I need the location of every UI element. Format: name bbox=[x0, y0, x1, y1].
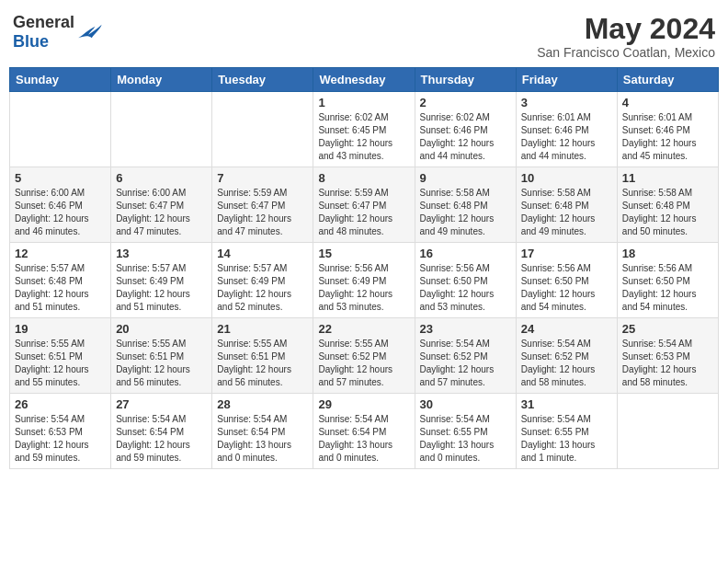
day-info: Sunrise: 5:59 AM Sunset: 6:47 PM Dayligh… bbox=[318, 187, 409, 238]
day-cell-4: 4Sunrise: 6:01 AM Sunset: 6:46 PM Daylig… bbox=[617, 92, 718, 167]
calendar-header-friday: Friday bbox=[516, 68, 617, 92]
day-cell-21: 21Sunrise: 5:55 AM Sunset: 6:51 PM Dayli… bbox=[212, 318, 313, 394]
day-info: Sunrise: 5:55 AM Sunset: 6:51 PM Dayligh… bbox=[217, 338, 308, 389]
calendar-header-monday: Monday bbox=[111, 68, 212, 92]
day-number: 4 bbox=[622, 96, 713, 109]
day-number: 5 bbox=[15, 171, 106, 185]
day-number: 8 bbox=[318, 171, 409, 185]
title-section: May 2024 San Francisco Coatlan, Mexico bbox=[537, 13, 715, 60]
day-cell-12: 12Sunrise: 5:57 AM Sunset: 6:48 PM Dayli… bbox=[10, 243, 111, 318]
day-info: Sunrise: 5:58 AM Sunset: 6:48 PM Dayligh… bbox=[622, 187, 713, 238]
day-number: 28 bbox=[217, 397, 308, 411]
calendar-header-sunday: Sunday bbox=[10, 68, 111, 92]
day-cell-24: 24Sunrise: 5:54 AM Sunset: 6:52 PM Dayli… bbox=[516, 318, 617, 394]
day-cell-15: 15Sunrise: 5:56 AM Sunset: 6:49 PM Dayli… bbox=[313, 243, 415, 318]
day-number: 31 bbox=[521, 397, 612, 411]
day-number: 24 bbox=[521, 322, 612, 336]
day-info: Sunrise: 5:57 AM Sunset: 6:48 PM Dayligh… bbox=[15, 262, 106, 314]
logo-blue: Blue bbox=[13, 32, 49, 51]
calendar-header-tuesday: Tuesday bbox=[212, 68, 313, 92]
day-info: Sunrise: 5:58 AM Sunset: 6:48 PM Dayligh… bbox=[420, 187, 511, 238]
logo: General Blue bbox=[13, 13, 102, 52]
day-cell-6: 6Sunrise: 6:00 AM Sunset: 6:47 PM Daylig… bbox=[111, 167, 212, 243]
day-cell-17: 17Sunrise: 5:56 AM Sunset: 6:50 PM Dayli… bbox=[516, 243, 617, 318]
month-title: May 2024 bbox=[537, 13, 715, 45]
day-cell-13: 13Sunrise: 5:57 AM Sunset: 6:49 PM Dayli… bbox=[111, 243, 212, 318]
day-number: 16 bbox=[420, 247, 511, 260]
day-number: 15 bbox=[318, 247, 409, 260]
day-info: Sunrise: 5:54 AM Sunset: 6:54 PM Dayligh… bbox=[318, 413, 409, 465]
day-number: 18 bbox=[622, 247, 713, 260]
calendar-header-wednesday: Wednesday bbox=[313, 68, 415, 92]
day-cell-7: 7Sunrise: 5:59 AM Sunset: 6:47 PM Daylig… bbox=[212, 167, 313, 243]
day-cell-8: 8Sunrise: 5:59 AM Sunset: 6:47 PM Daylig… bbox=[313, 167, 415, 243]
day-number: 13 bbox=[116, 247, 207, 260]
week-row-4: 19Sunrise: 5:55 AM Sunset: 6:51 PM Dayli… bbox=[10, 318, 719, 394]
day-info: Sunrise: 5:54 AM Sunset: 6:54 PM Dayligh… bbox=[217, 413, 308, 465]
day-number: 1 bbox=[318, 96, 409, 109]
day-cell-30: 30Sunrise: 5:54 AM Sunset: 6:55 PM Dayli… bbox=[415, 394, 516, 469]
day-info: Sunrise: 5:55 AM Sunset: 6:51 PM Dayligh… bbox=[15, 338, 106, 389]
day-number: 29 bbox=[318, 397, 409, 411]
empty-cell bbox=[617, 394, 718, 469]
day-info: Sunrise: 5:54 AM Sunset: 6:52 PM Dayligh… bbox=[521, 338, 612, 389]
day-cell-10: 10Sunrise: 5:58 AM Sunset: 6:48 PM Dayli… bbox=[516, 167, 617, 243]
day-cell-1: 1Sunrise: 6:02 AM Sunset: 6:45 PM Daylig… bbox=[313, 92, 415, 167]
day-info: Sunrise: 6:00 AM Sunset: 6:46 PM Dayligh… bbox=[15, 187, 106, 238]
day-number: 25 bbox=[622, 322, 713, 336]
day-number: 23 bbox=[420, 322, 511, 336]
day-cell-23: 23Sunrise: 5:54 AM Sunset: 6:52 PM Dayli… bbox=[415, 318, 516, 394]
day-cell-26: 26Sunrise: 5:54 AM Sunset: 6:53 PM Dayli… bbox=[10, 394, 111, 469]
day-cell-25: 25Sunrise: 5:54 AM Sunset: 6:53 PM Dayli… bbox=[617, 318, 718, 394]
day-cell-5: 5Sunrise: 6:00 AM Sunset: 6:46 PM Daylig… bbox=[10, 167, 111, 243]
calendar-header-row: SundayMondayTuesdayWednesdayThursdayFrid… bbox=[10, 68, 719, 92]
day-info: Sunrise: 5:59 AM Sunset: 6:47 PM Dayligh… bbox=[217, 187, 308, 238]
day-info: Sunrise: 5:54 AM Sunset: 6:53 PM Dayligh… bbox=[622, 338, 713, 389]
location-title: San Francisco Coatlan, Mexico bbox=[537, 45, 715, 60]
day-number: 30 bbox=[420, 397, 511, 411]
week-row-2: 5Sunrise: 6:00 AM Sunset: 6:46 PM Daylig… bbox=[10, 167, 719, 243]
day-number: 20 bbox=[116, 322, 207, 336]
day-number: 10 bbox=[521, 171, 612, 185]
day-cell-20: 20Sunrise: 5:55 AM Sunset: 6:51 PM Dayli… bbox=[111, 318, 212, 394]
calendar-header-thursday: Thursday bbox=[415, 68, 516, 92]
day-number: 17 bbox=[521, 247, 612, 260]
day-info: Sunrise: 5:58 AM Sunset: 6:48 PM Dayligh… bbox=[521, 187, 612, 238]
day-info: Sunrise: 5:57 AM Sunset: 6:49 PM Dayligh… bbox=[116, 262, 207, 314]
day-number: 26 bbox=[15, 397, 106, 411]
day-info: Sunrise: 6:02 AM Sunset: 6:45 PM Dayligh… bbox=[318, 111, 409, 163]
day-cell-29: 29Sunrise: 5:54 AM Sunset: 6:54 PM Dayli… bbox=[313, 394, 415, 469]
day-info: Sunrise: 5:56 AM Sunset: 6:49 PM Dayligh… bbox=[318, 262, 409, 314]
day-info: Sunrise: 5:54 AM Sunset: 6:52 PM Dayligh… bbox=[420, 338, 511, 389]
day-number: 21 bbox=[217, 322, 308, 336]
day-info: Sunrise: 5:54 AM Sunset: 6:54 PM Dayligh… bbox=[116, 413, 207, 465]
day-info: Sunrise: 5:54 AM Sunset: 6:55 PM Dayligh… bbox=[521, 413, 612, 465]
empty-cell bbox=[10, 92, 111, 167]
day-info: Sunrise: 6:01 AM Sunset: 6:46 PM Dayligh… bbox=[521, 111, 612, 163]
day-number: 9 bbox=[420, 171, 511, 185]
day-cell-31: 31Sunrise: 5:54 AM Sunset: 6:55 PM Dayli… bbox=[516, 394, 617, 469]
day-cell-18: 18Sunrise: 5:56 AM Sunset: 6:50 PM Dayli… bbox=[617, 243, 718, 318]
logo-text: General Blue bbox=[13, 13, 74, 52]
day-cell-11: 11Sunrise: 5:58 AM Sunset: 6:48 PM Dayli… bbox=[617, 167, 718, 243]
logo-general: General bbox=[13, 13, 74, 31]
day-number: 19 bbox=[15, 322, 106, 336]
week-row-1: 1Sunrise: 6:02 AM Sunset: 6:45 PM Daylig… bbox=[10, 92, 719, 167]
day-cell-16: 16Sunrise: 5:56 AM Sunset: 6:50 PM Dayli… bbox=[415, 243, 516, 318]
day-number: 27 bbox=[116, 397, 207, 411]
day-info: Sunrise: 6:01 AM Sunset: 6:46 PM Dayligh… bbox=[622, 111, 713, 163]
day-info: Sunrise: 5:55 AM Sunset: 6:52 PM Dayligh… bbox=[318, 338, 409, 389]
day-number: 6 bbox=[116, 171, 207, 185]
day-info: Sunrise: 5:56 AM Sunset: 6:50 PM Dayligh… bbox=[622, 262, 713, 314]
day-number: 14 bbox=[217, 247, 308, 260]
day-cell-28: 28Sunrise: 5:54 AM Sunset: 6:54 PM Dayli… bbox=[212, 394, 313, 469]
day-info: Sunrise: 5:54 AM Sunset: 6:55 PM Dayligh… bbox=[420, 413, 511, 465]
day-cell-22: 22Sunrise: 5:55 AM Sunset: 6:52 PM Dayli… bbox=[313, 318, 415, 394]
day-number: 3 bbox=[521, 96, 612, 109]
calendar-table: SundayMondayTuesdayWednesdayThursdayFrid… bbox=[9, 67, 719, 469]
day-number: 22 bbox=[318, 322, 409, 336]
day-cell-14: 14Sunrise: 5:57 AM Sunset: 6:49 PM Dayli… bbox=[212, 243, 313, 318]
day-info: Sunrise: 5:55 AM Sunset: 6:51 PM Dayligh… bbox=[116, 338, 207, 389]
page-header: General Blue May 2024 San Francisco Coat… bbox=[9, 9, 719, 60]
week-row-5: 26Sunrise: 5:54 AM Sunset: 6:53 PM Dayli… bbox=[10, 394, 719, 469]
